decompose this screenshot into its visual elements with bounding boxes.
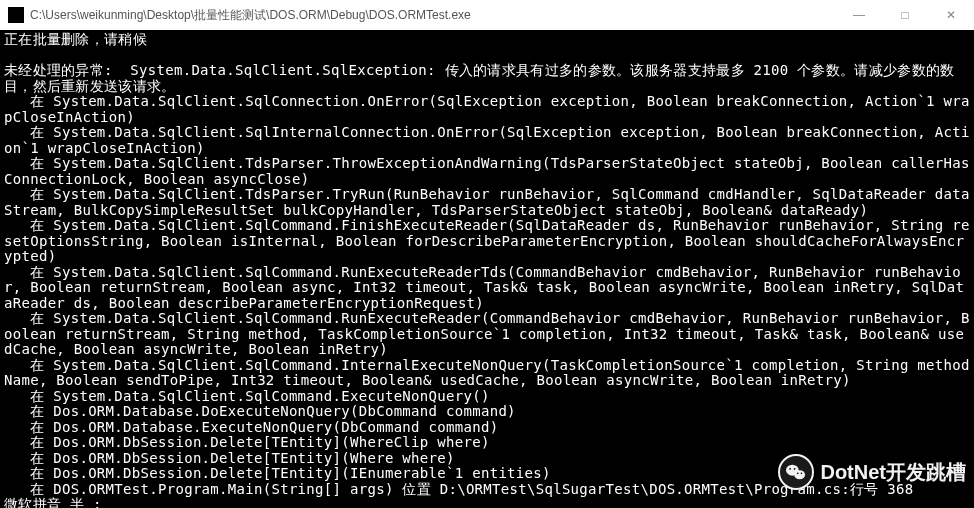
svg-point-1 bbox=[795, 470, 806, 479]
svg-point-2 bbox=[790, 468, 792, 470]
wechat-icon bbox=[778, 454, 814, 490]
window-title: C:\Users\weikunming\Desktop\批量性能测试\DOS.O… bbox=[30, 7, 836, 24]
minimize-button[interactable]: — bbox=[836, 0, 882, 30]
watermark: DotNet开发跳槽 bbox=[778, 454, 966, 490]
watermark-text: DotNet开发跳槽 bbox=[820, 459, 966, 486]
console-output: 正在批量删除，请稍候 未经处理的异常: System.Data.SqlClien… bbox=[0, 30, 974, 508]
maximize-button[interactable]: □ bbox=[882, 0, 928, 30]
window-controls: — □ ✕ bbox=[836, 0, 974, 30]
svg-point-4 bbox=[797, 473, 799, 475]
svg-point-3 bbox=[794, 468, 796, 470]
app-icon bbox=[8, 7, 24, 23]
close-button[interactable]: ✕ bbox=[928, 0, 974, 30]
titlebar: C:\Users\weikunming\Desktop\批量性能测试\DOS.O… bbox=[0, 0, 974, 30]
svg-point-5 bbox=[801, 473, 803, 475]
